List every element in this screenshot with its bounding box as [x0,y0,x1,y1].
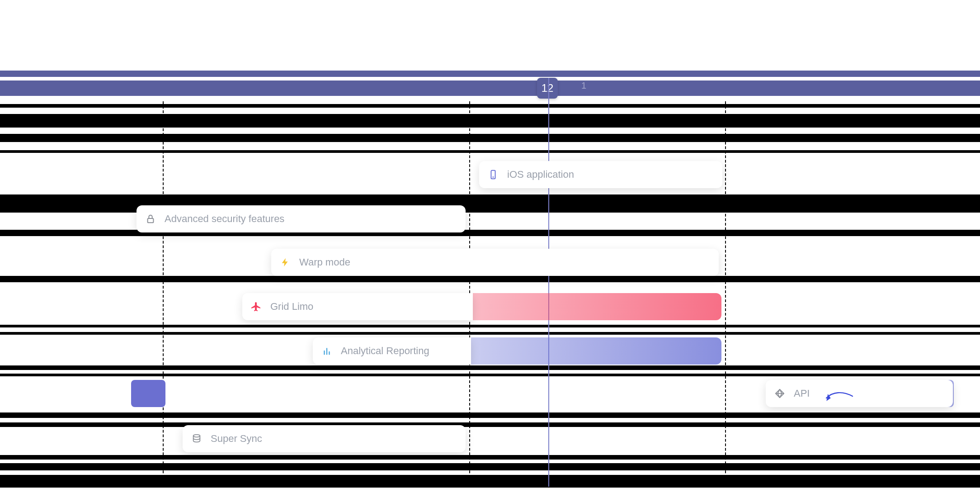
date-next: 1 [581,81,586,91]
bars-icon [321,345,333,357]
lock-icon [145,213,156,225]
task-label: Advanced security features [165,213,284,225]
plane-icon [250,301,262,313]
decoration-strip [0,134,980,142]
database-icon [191,433,203,445]
decoration-strip [0,104,980,108]
task-card-analytical[interactable]: Analytical Reporting [313,337,471,365]
task-label: Analytical Reporting [341,345,429,357]
phone-icon [487,169,499,180]
task-card-api[interactable]: API [766,380,953,407]
svg-rect-2 [148,218,154,223]
diamond-icon [774,388,786,399]
decoration-strip [0,422,980,427]
decoration-strip [0,365,980,370]
task-card-security[interactable]: Advanced security features [137,205,466,232]
decoration-strip [0,455,980,460]
bolt-icon [279,256,291,268]
task-label: Warp mode [299,256,350,268]
today-indicator [548,78,549,487]
decoration-strip [0,276,980,282]
timeline-header-bar [0,81,980,96]
task-card-gridlimo[interactable]: Grid Limo [242,293,473,320]
timeline-header-bar [0,71,980,77]
decoration-strip [0,325,980,327]
svg-point-6 [193,435,200,437]
task-card-warp[interactable]: Warp mode [271,249,719,276]
grid-guideline [163,101,164,487]
task-card-ios[interactable]: iOS application [479,161,722,188]
task-card-supersync[interactable]: Super Sync [183,425,466,452]
grid-guideline [725,101,726,487]
timeline-canvas: 12 1 iOS application Advanced security f… [0,0,980,493]
task-label: API [794,388,810,399]
decoration-strip [0,114,980,128]
date-current[interactable]: 12 [537,78,558,99]
task-label: Super Sync [211,433,262,445]
decoration-strip [0,150,980,153]
task-progress-tail [466,337,721,365]
cursor-illustration [825,388,856,403]
decoration-strip [0,374,980,376]
decoration-strip [0,412,980,418]
decoration-strip [0,475,980,488]
task-label: Grid Limo [270,301,313,313]
task-stub[interactable] [131,380,165,407]
decoration-strip [0,463,980,470]
decoration-strip [0,332,980,335]
date-current-label: 12 [542,82,554,95]
task-progress-tail [466,293,721,320]
task-label: iOS application [507,169,574,180]
